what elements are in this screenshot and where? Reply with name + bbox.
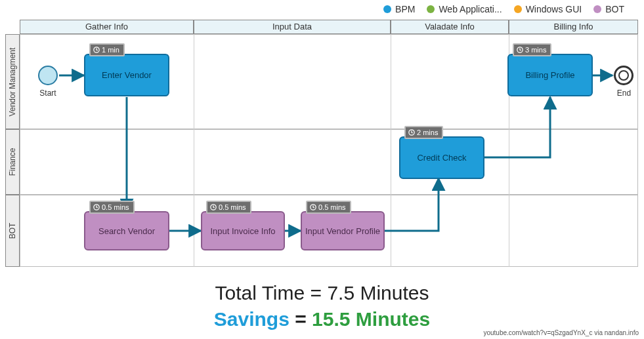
- savings-summary: Savings = 15.5 Minutes: [0, 308, 644, 330]
- legend-dot: [383, 5, 391, 13]
- savings-value: 15.5 Minutes: [312, 308, 430, 330]
- clock-icon: [210, 204, 217, 210]
- legend: BPM Web Applicati... Windows GUI BOT: [383, 4, 624, 14]
- legend-item-windows: Windows GUI: [514, 4, 582, 14]
- task-label: Billing Profile: [525, 70, 574, 80]
- start-event: [38, 66, 58, 85]
- duration-badge: 3 mins: [513, 43, 551, 56]
- clock-icon: [93, 47, 100, 53]
- legend-label: BOT: [605, 4, 624, 14]
- total-value: 7.5 Minutes: [327, 282, 429, 304]
- lane-label-vendor: Vendor Managment: [5, 34, 20, 129]
- phase-divider: [194, 34, 194, 267]
- phase-header-input: Input Data: [194, 20, 391, 34]
- equals: =: [311, 282, 328, 304]
- duration-badge: 0.5 mins: [89, 201, 135, 214]
- equals: =: [295, 308, 312, 330]
- phase-header-validate: Valadate Info: [391, 20, 509, 34]
- legend-dot: [427, 5, 435, 13]
- task-label: Input Vendor Profile: [305, 226, 380, 236]
- task-input-invoice: 0.5 mins Input Invoice Info: [201, 211, 285, 250]
- start-label: Start: [35, 89, 61, 98]
- task-label: Input Invoice Info: [210, 226, 275, 236]
- duration-badge: 1 min: [89, 43, 125, 56]
- clock-icon: [93, 204, 100, 210]
- lane-finance: [20, 129, 638, 195]
- phase-header-gather: Gather Info: [20, 20, 194, 34]
- task-label: Credit Check: [417, 153, 466, 163]
- clock-icon: [408, 129, 415, 136]
- duration-badge: 0.5 mins: [206, 201, 251, 214]
- attribution-text: youtube.com/watch?v=qSzgadYnX_c via nand…: [483, 329, 639, 336]
- phase-header-billing: Billing Info: [509, 20, 638, 34]
- total-time-summary: Total Time = 7.5 Minutes: [0, 282, 644, 304]
- swimlane-diagram: Gather Info Input Data Valadate Info Bil…: [5, 20, 639, 279]
- legend-dot: [514, 5, 522, 13]
- legend-item-bpm: BPM: [383, 4, 415, 14]
- legend-label: Windows GUI: [526, 4, 582, 14]
- clock-icon: [517, 47, 523, 53]
- task-credit-check: 2 mins Credit Check: [399, 136, 484, 179]
- phase-divider: [391, 34, 391, 267]
- legend-label: BPM: [395, 4, 415, 14]
- task-billing-profile: 3 mins Billing Profile: [507, 54, 593, 96]
- legend-item-bot: BOT: [593, 4, 624, 14]
- legend-item-web: Web Applicati...: [427, 4, 502, 14]
- task-search-vendor: 0.5 mins Search Vendor: [84, 211, 169, 250]
- lane-label-finance: Finance: [5, 129, 20, 195]
- duration-badge: 2 mins: [404, 126, 443, 139]
- task-enter-vendor: 1 min Enter Vendor: [84, 54, 169, 96]
- savings-label: Savings: [214, 308, 290, 330]
- end-event: [614, 66, 633, 85]
- task-label: Enter Vendor: [102, 70, 152, 80]
- duration-badge: 0.5 mins: [306, 201, 351, 214]
- clock-icon: [310, 204, 316, 210]
- task-input-vendor-profile: 0.5 mins Input Vendor Profile: [301, 211, 385, 250]
- legend-label: Web Applicati...: [439, 4, 502, 14]
- lane-label-bot: BOT: [5, 195, 20, 267]
- end-label: End: [612, 89, 635, 98]
- task-label: Search Vendor: [98, 226, 155, 236]
- legend-dot: [593, 5, 601, 13]
- total-label: Total Time: [215, 282, 305, 304]
